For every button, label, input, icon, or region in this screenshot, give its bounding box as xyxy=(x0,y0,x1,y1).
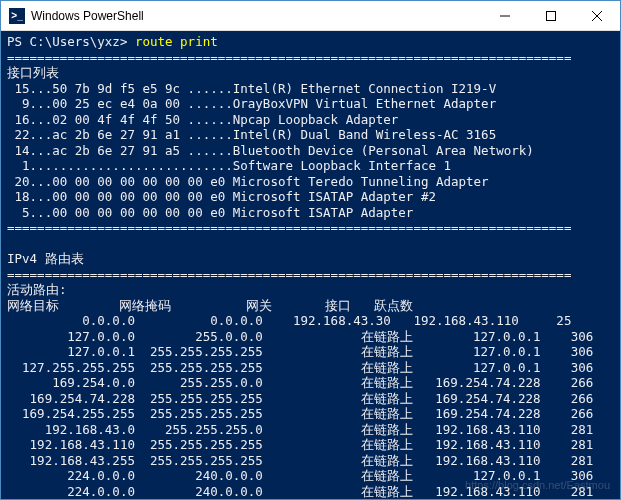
interfaces-header: 接口列表 xyxy=(7,65,59,80)
interface-line: 22...ac 2b 6e 27 91 a1 ......Intel(R) Du… xyxy=(7,127,496,142)
divider-line: ========================================… xyxy=(7,220,571,235)
route-table-body: 0.0.0.0 0.0.0.0 192.168.43.30 192.168.43… xyxy=(7,313,614,499)
prompt-command: route print xyxy=(135,34,218,49)
interface-line: 1...........................Software Loo… xyxy=(7,158,451,173)
interface-line: 20...00 00 00 00 00 00 00 e0 Microsoft T… xyxy=(7,174,489,189)
close-button[interactable] xyxy=(574,1,620,31)
divider-line: ========================================… xyxy=(7,50,571,65)
route-columns: 网络目标 网络掩码 网关 接口 跃点数 xyxy=(7,298,413,313)
watermark-text: https://blog.csdn.net/Eastmou xyxy=(465,478,610,494)
interface-line: 16...02 00 4f 4f 4f 50 ......Npcap Loopb… xyxy=(7,112,398,127)
active-routes-label: 活动路由: xyxy=(7,282,67,297)
svg-rect-1 xyxy=(547,11,556,20)
interface-line: 15...50 7b 9d f5 e5 9c ......Intel(R) Et… xyxy=(7,81,496,96)
window-titlebar: >_ Windows PowerShell xyxy=(1,1,620,31)
interface-line: 14...ac 2b 6e 27 91 a5 ......Bluetooth D… xyxy=(7,143,534,158)
ipv4-header: IPv4 路由表 xyxy=(7,251,84,266)
prompt-path: PS C:\Users\yxz> xyxy=(7,34,135,49)
interface-line: 18...00 00 00 00 00 00 00 e0 Microsoft I… xyxy=(7,189,436,204)
terminal-content[interactable]: PS C:\Users\yxz> route print ===========… xyxy=(1,31,620,499)
interface-line: 5...00 00 00 00 00 00 00 e0 Microsoft IS… xyxy=(7,205,413,220)
window-title: Windows PowerShell xyxy=(25,9,482,23)
minimize-button[interactable] xyxy=(482,1,528,31)
divider-line: ========================================… xyxy=(7,267,571,282)
interface-line: 9...00 25 ec e4 0a 00 ......OrayBoxVPN V… xyxy=(7,96,496,111)
powershell-icon: >_ xyxy=(9,8,25,24)
maximize-button[interactable] xyxy=(528,1,574,31)
